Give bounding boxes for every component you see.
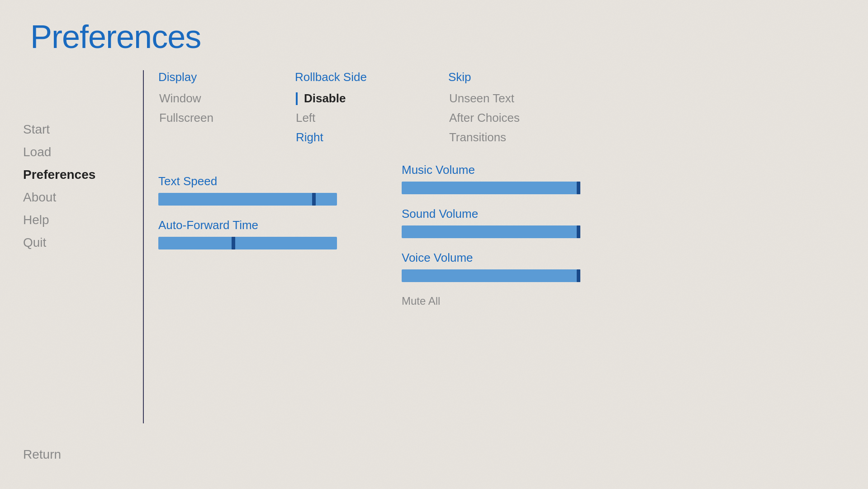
music-volume-label: Music Volume: [402, 163, 592, 177]
skip-unseen[interactable]: Unseen Text: [448, 91, 520, 105]
sidebar-item-quit[interactable]: Quit: [23, 235, 95, 250]
sidebar-item-preferences[interactable]: Preferences: [23, 168, 95, 182]
rollback-column: Rollback Side Disable Left Right: [295, 70, 367, 150]
voice-volume-label: Voice Volume: [402, 251, 592, 265]
right-sliders: Music Volume Sound Volume Voice Volume M…: [402, 163, 592, 307]
display-title: Display: [158, 70, 213, 84]
auto-forward-slider[interactable]: [158, 237, 337, 249]
top-options: Display Window Fullscreen Rollback Side …: [158, 70, 841, 150]
music-volume-slider[interactable]: [402, 182, 580, 194]
sidebar-item-help[interactable]: Help: [23, 213, 95, 227]
display-column: Display Window Fullscreen: [158, 70, 213, 150]
text-speed-slider[interactable]: [158, 193, 337, 206]
display-fullscreen[interactable]: Fullscreen: [158, 111, 213, 125]
sidebar-item-start[interactable]: Start: [23, 122, 95, 137]
vertical-divider: [143, 70, 144, 423]
text-speed-thumb: [312, 193, 316, 206]
sound-volume-slider[interactable]: [402, 225, 580, 238]
rollback-left[interactable]: Left: [295, 111, 367, 125]
main-content: Display Window Fullscreen Rollback Side …: [158, 70, 841, 177]
skip-after-choices[interactable]: After Choices: [448, 111, 520, 125]
rollback-right[interactable]: Right: [295, 130, 367, 144]
text-speed-label: Text Speed: [158, 174, 337, 188]
skip-column: Skip Unseen Text After Choices Transitio…: [448, 70, 520, 150]
display-window[interactable]: Window: [158, 91, 213, 105]
left-sliders: Text Speed Auto-Forward Time: [158, 174, 337, 262]
selected-indicator: [296, 92, 298, 105]
rollback-title: Rollback Side: [295, 70, 367, 84]
sound-volume-thumb: [577, 225, 580, 238]
skip-title: Skip: [448, 70, 520, 84]
voice-volume-thumb: [577, 269, 580, 282]
rollback-disable[interactable]: Disable: [295, 91, 367, 105]
voice-volume-slider[interactable]: [402, 269, 580, 282]
skip-transitions[interactable]: Transitions: [448, 130, 520, 144]
return-button[interactable]: Return: [23, 447, 61, 462]
mute-all-button[interactable]: Mute All: [402, 295, 592, 307]
sidebar-item-load[interactable]: Load: [23, 145, 95, 159]
sidebar-item-about[interactable]: About: [23, 190, 95, 205]
auto-forward-thumb: [232, 237, 235, 249]
sound-volume-label: Sound Volume: [402, 207, 592, 221]
music-volume-thumb: [577, 182, 580, 194]
sidebar: Start Load Preferences About Help Quit: [23, 122, 95, 250]
auto-forward-label: Auto-Forward Time: [158, 218, 337, 232]
page-title: Preferences: [30, 18, 201, 55]
